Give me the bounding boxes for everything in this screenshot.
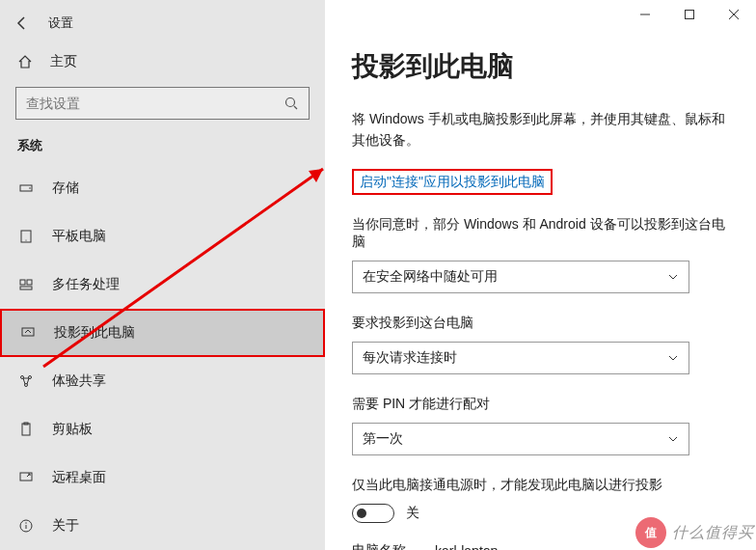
chevron-down-icon [667, 271, 679, 283]
opt3-dropdown[interactable]: 第一次 [352, 423, 689, 455]
pc-name-value: karl-laptop [435, 543, 498, 550]
svg-rect-20 [686, 11, 694, 19]
search-input-wrap[interactable] [15, 87, 310, 120]
sidebar-item-label: 存储 [52, 179, 79, 197]
back-button[interactable] [14, 14, 31, 32]
svg-point-18 [25, 522, 26, 523]
opt3-title: 需要 PIN 才能进行配对 [352, 396, 729, 413]
pc-name-label: 电脑名称 [352, 542, 406, 550]
sidebar-item-shared[interactable]: 体验共享 [0, 357, 325, 405]
opt1-value: 在安全网络中随处可用 [363, 268, 498, 286]
page-title: 投影到此电脑 [352, 48, 729, 85]
home-icon [17, 54, 33, 69]
opt1-title: 当你同意时，部分 Windows 和 Android 设备可以投影到这台电脑 [352, 216, 729, 251]
opt3-value: 第一次 [363, 430, 403, 448]
sidebar-item-home[interactable]: 主页 [0, 43, 325, 79]
section-label: 系统 [17, 137, 325, 154]
about-icon [17, 517, 35, 535]
svg-rect-13 [22, 424, 30, 435]
multitask-icon [17, 276, 35, 293]
sidebar-item-label: 投影到此电脑 [54, 324, 135, 342]
svg-rect-7 [27, 280, 32, 285]
maximize-button[interactable] [667, 0, 712, 29]
window-title: 设置 [48, 14, 73, 32]
chevron-down-icon [667, 433, 679, 445]
sidebar-item-label: 多任务处理 [52, 276, 120, 293]
svg-rect-9 [22, 328, 34, 336]
sidebar-item-tablet[interactable]: 平板电脑 [0, 212, 325, 261]
tablet-icon [17, 228, 35, 245]
sidebar-item-about[interactable]: 关于 [0, 502, 325, 550]
toggle-label: 关 [406, 505, 419, 522]
opt2-dropdown[interactable]: 每次请求连接时 [352, 342, 689, 374]
opt2-value: 每次请求连接时 [363, 349, 457, 367]
search-input[interactable] [26, 96, 284, 111]
project-icon [19, 324, 37, 342]
clipboard-icon [17, 421, 35, 438]
power-title: 仅当此电脑接通电源时，才能发现此电脑以进行投影 [352, 477, 729, 494]
chevron-down-icon [667, 352, 679, 364]
home-label: 主页 [50, 53, 77, 70]
minimize-button[interactable] [623, 0, 667, 29]
sidebar-item-label: 剪贴板 [52, 421, 93, 438]
sidebar-item-project[interactable]: 投影到此电脑 [0, 309, 325, 357]
svg-line-1 [294, 106, 297, 109]
storage-icon [17, 179, 35, 197]
opt2-title: 要求投影到这台电脑 [352, 315, 729, 332]
sidebar-item-label: 体验共享 [52, 372, 106, 390]
svg-rect-8 [20, 287, 32, 289]
sidebar-item-clipboard[interactable]: 剪贴板 [0, 405, 325, 454]
shared-icon [17, 372, 35, 390]
svg-rect-6 [20, 280, 25, 285]
svg-point-0 [286, 98, 295, 107]
page-description: 将 Windows 手机或电脑投影到此屏幕，并使用其键盘、鼠标和其他设备。 [352, 108, 729, 151]
close-button[interactable] [712, 0, 756, 29]
sidebar-item-storage[interactable]: 存储 [0, 164, 325, 212]
sidebar-item-multitask[interactable]: 多任务处理 [0, 261, 325, 309]
watermark-text: 什么值得买 [672, 523, 754, 543]
svg-point-3 [29, 187, 31, 189]
sidebar-item-label: 远程桌面 [52, 469, 106, 486]
watermark-badge: 值 [635, 517, 666, 548]
remote-icon [17, 469, 35, 486]
opt1-dropdown[interactable]: 在安全网络中随处可用 [352, 261, 689, 293]
sidebar-item-label: 平板电脑 [52, 228, 106, 245]
sidebar-item-label: 关于 [52, 517, 79, 535]
sidebar-item-remote[interactable]: 远程桌面 [0, 454, 325, 502]
watermark: 值 什么值得买 [635, 517, 754, 548]
launch-connect-link[interactable]: 启动"连接"应用以投影到此电脑 [360, 174, 545, 189]
power-toggle[interactable] [352, 504, 394, 523]
search-icon [284, 96, 299, 111]
svg-point-5 [25, 239, 26, 240]
